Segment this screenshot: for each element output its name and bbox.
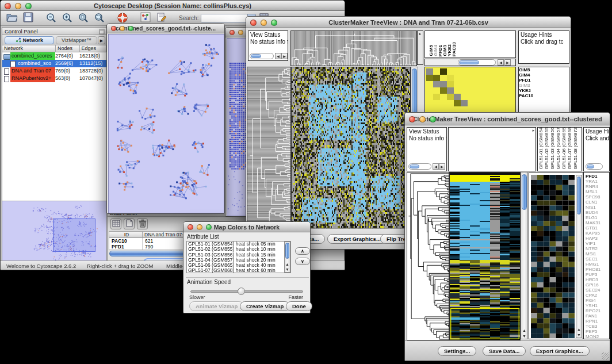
- gene-label[interactable]: SEC24: [586, 288, 600, 293]
- main-heatmap-canvas[interactable]: [291, 67, 411, 231]
- gene-label[interactable]: SPC98: [586, 194, 600, 200]
- column-label[interactable]: GPL51-01 (GSM854): [539, 127, 544, 170]
- gene-label[interactable]: MON2: [586, 334, 600, 339]
- minimize-button[interactable]: [120, 26, 125, 31]
- status-scrollbar[interactable]: [408, 163, 431, 170]
- column-label[interactable]: GPL51-08 (GSM872): [573, 127, 578, 170]
- zoom-button[interactable]: [206, 224, 212, 230]
- gene-label[interactable]: PHO81: [586, 267, 600, 272]
- scroll-left-button[interactable]: ◀: [498, 59, 504, 66]
- gene-label[interactable]: HRD3: [586, 277, 600, 282]
- gene-label[interactable]: NTR2: [586, 246, 600, 251]
- hints-scrollbar[interactable]: [586, 163, 603, 170]
- column-label[interactable]: GPL51-04 (GSM857): [556, 127, 561, 170]
- save-icon[interactable]: [21, 12, 35, 25]
- column-label[interactable]: GPL51-02 (GSM855): [545, 127, 549, 170]
- splitter[interactable]: ▸: [417, 30, 423, 65]
- gene-label[interactable]: GIM3: [519, 83, 569, 88]
- network-list-row[interactable]: combined_sco2569(6)13112(15): [2, 60, 106, 67]
- gene-label[interactable]: MSL1: [586, 189, 600, 194]
- tab-network[interactable]: Network: [5, 36, 54, 44]
- column-label[interactable]: GPL51-03 (GSM856): [550, 127, 555, 170]
- scroll-right-button[interactable]: ▶: [281, 53, 288, 59]
- gene-label[interactable]: RPN1: [586, 319, 600, 324]
- column-label[interactable]: GPL51-07 (GSM868): [568, 127, 572, 170]
- zoom-fit-icon[interactable]: [93, 12, 106, 25]
- gene-label[interactable]: MAK31: [586, 220, 600, 225]
- float-panel-icon[interactable]: [99, 29, 105, 35]
- export-graphics-button[interactable]: Export Graphics...: [530, 346, 590, 356]
- gene-label[interactable]: PEP5: [586, 329, 600, 334]
- gene-label[interactable]: GTB1: [586, 225, 600, 231]
- gene-label[interactable]: PAN1: [586, 313, 600, 319]
- gene-label[interactable]: CLN1: [586, 200, 600, 205]
- minimize-button[interactable]: [197, 224, 202, 230]
- minimize-button[interactable]: [261, 20, 267, 26]
- resize-grip[interactable]: [602, 352, 609, 360]
- column-header-edges[interactable]: Edges: [80, 45, 107, 52]
- list-vscrollbar[interactable]: ▲ ▼: [284, 242, 290, 273]
- animation-speed-slider-track[interactable]: [190, 290, 303, 293]
- gene-label[interactable]: SEC1: [586, 256, 600, 262]
- gene-label[interactable]: KAP95: [586, 231, 600, 236]
- gene-label[interactable]: YRA1: [586, 179, 600, 184]
- scroll-down-arrow[interactable]: ▼: [521, 334, 527, 339]
- network-list-row[interactable]: DNA and Tran 07769(0)183728(0): [2, 67, 106, 75]
- column-header-nodes[interactable]: Nodes: [56, 45, 80, 52]
- done-button[interactable]: Done: [286, 301, 312, 311]
- gene-label[interactable]: HMG1: [586, 262, 600, 267]
- treeview1-titlebar[interactable]: ClusterMaker TreeView : DNA and Tran 07-…: [246, 17, 571, 28]
- zoom-in-icon[interactable]: [60, 12, 74, 25]
- close-button[interactable]: [188, 224, 193, 230]
- save-data-button[interactable]: Save Data...: [483, 346, 526, 356]
- tab-vizmapper[interactable]: VizMapper™: [56, 36, 97, 44]
- attribute-list-item[interactable]: GPL51-03 (GSM856) heat shock 15 min: [187, 252, 290, 258]
- column-dendrogram-pane[interactable]: ▸: [448, 127, 536, 171]
- gene-label[interactable]: PUF3: [586, 272, 600, 277]
- tab-overflow-button[interactable]: ▶: [98, 36, 105, 44]
- status-scrollbar[interactable]: [250, 53, 274, 59]
- gene-label[interactable]: PFD1: [519, 78, 569, 83]
- attribute-list-item[interactable]: GPL51-06 (GSM865) heat shock 40 min: [187, 263, 290, 268]
- zoom-heatmap-canvas[interactable]: [531, 175, 575, 338]
- column-label[interactable]: PAC10: [452, 42, 457, 56]
- close-button[interactable]: [230, 30, 235, 35]
- network-list-row[interactable]: RNAPuberNov2+563(0)107847(0): [2, 75, 106, 82]
- trash-icon[interactable]: [137, 219, 148, 229]
- heatmap-vscrollbar[interactable]: ▲ ▼: [521, 172, 528, 339]
- animation-speed-slider-thumb[interactable]: [238, 288, 245, 295]
- row-dendrogram-canvas[interactable]: [407, 172, 449, 340]
- create-vizmap-button[interactable]: Create Vizmap: [240, 301, 290, 311]
- scroll-down-arrow[interactable]: ▼: [284, 267, 290, 272]
- gene-label[interactable]: PFD1: [586, 174, 600, 179]
- scroll-left-button[interactable]: ◀: [433, 163, 439, 170]
- scroll-up-arrow[interactable]: ▲: [284, 262, 290, 267]
- minimize-button[interactable]: [419, 116, 426, 122]
- gene-label[interactable]: NIS1: [586, 205, 600, 210]
- scroll-left-button[interactable]: ◀: [275, 53, 281, 59]
- attribute-list-item[interactable]: GPL51-04 (GSM857) heat shock 20 min: [187, 258, 290, 263]
- column-scrollbar[interactable]: [458, 59, 496, 66]
- search-input[interactable]: [201, 14, 247, 22]
- gene-label[interactable]: GIM4: [519, 72, 569, 78]
- column-dendrogram-canvas[interactable]: [290, 30, 417, 66]
- gene-label[interactable]: CPA2: [586, 293, 600, 298]
- zoom-vscrollbar[interactable]: ▲ ▼: [576, 175, 582, 338]
- gene-label[interactable]: GIM5: [519, 67, 569, 72]
- settings-button[interactable]: Settings...: [438, 346, 476, 356]
- minimize-button[interactable]: [15, 3, 21, 9]
- main-heatmap-canvas[interactable]: [449, 172, 521, 340]
- data-column-header[interactable]: ID: [109, 232, 143, 238]
- attribute-list-item[interactable]: GPL51-01 (GSM854) heat shock 05 min: [187, 242, 290, 247]
- gene-label[interactable]: YKE2: [519, 88, 569, 93]
- close-button[interactable]: [111, 26, 116, 31]
- zoom-button[interactable]: [430, 116, 436, 122]
- scroll-up-arrow[interactable]: ▲: [521, 328, 527, 333]
- gene-label[interactable]: PAC10: [519, 93, 569, 98]
- close-button[interactable]: [250, 20, 257, 26]
- network-canvas-1[interactable]: [108, 34, 224, 213]
- gene-label[interactable]: FIG4: [586, 298, 600, 303]
- attribute-list-item[interactable]: GPL51-07 (GSM868) heat shock 60 min: [187, 268, 290, 273]
- gene-label[interactable]: HAP3: [586, 236, 600, 241]
- zoom-out-icon[interactable]: [44, 12, 58, 25]
